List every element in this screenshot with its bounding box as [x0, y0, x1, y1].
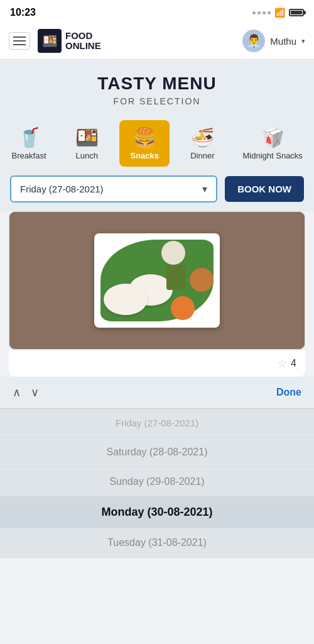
snacks-icon: 🍔 — [133, 126, 156, 148]
rating-count: 4 — [291, 358, 296, 369]
idli-front — [104, 284, 148, 315]
status-time: 10:23 — [10, 7, 36, 18]
signal-dot-1 — [252, 11, 256, 14]
date-selector[interactable]: Friday (27-08-2021) ▾ — [10, 175, 217, 203]
star-icon[interactable]: ☆ — [277, 357, 287, 370]
lunch-icon: 🍱 — [75, 126, 99, 148]
category-midnight-snacks[interactable]: 🥡 Midnight Snacks — [235, 120, 310, 167]
logo-icon: 🍱 — [38, 29, 62, 53]
logo-food-text: FOOD — [65, 31, 101, 42]
category-snacks[interactable]: 🍔 Snacks — [119, 120, 170, 167]
wifi-icon: 📶 — [274, 8, 285, 18]
hero-subtitle: FOR SELECTION — [10, 96, 304, 106]
date-option-monday[interactable]: Monday (30-08-2021) — [0, 497, 314, 528]
hamburger-line-2 — [13, 40, 26, 42]
logo-emoji: 🍱 — [42, 33, 58, 48]
hero-section: TASTY MENU FOR SELECTION — [0, 60, 314, 113]
hamburger-line-3 — [13, 44, 26, 45]
prev-arrow-icon[interactable]: ∧ — [13, 386, 21, 399]
next-arrow-icon[interactable]: ∨ — [31, 386, 39, 399]
hamburger-menu-button[interactable] — [9, 32, 30, 50]
sambar-bowl — [171, 296, 195, 320]
midnight-snacks-label: Midnight Snacks — [242, 151, 302, 160]
snacks-label: Snacks — [130, 151, 159, 160]
lunch-label: Lunch — [75, 151, 97, 160]
status-bar: 10:23 📶 — [0, 0, 314, 23]
nav-arrows: ∧ ∨ — [13, 386, 39, 399]
date-option-tuesday[interactable]: Tuesday (31-08-2021) — [0, 528, 314, 558]
hamburger-line-1 — [13, 36, 26, 38]
date-picker: Friday (27-08-2021) Saturday (28-08-2021… — [0, 408, 314, 558]
dropdown-arrow-icon: ▾ — [202, 183, 207, 195]
category-dinner[interactable]: 🍜 Dinner — [177, 120, 227, 167]
rating-row: ☆ 4 — [9, 350, 305, 377]
logo-text: FOOD ONLINE — [65, 31, 101, 52]
date-option-saturday[interactable]: Saturday (28-08-2021) — [0, 438, 314, 467]
midnight-snacks-icon: 🥡 — [261, 126, 284, 148]
signal-dots — [252, 11, 271, 14]
hero-title: TASTY MENU — [10, 74, 304, 94]
signal-dot-2 — [257, 11, 261, 14]
dinner-label: Dinner — [190, 151, 214, 160]
avatar: 👨‍💼 — [242, 30, 265, 52]
curry-bowl — [190, 268, 214, 292]
signal-dot-3 — [263, 11, 266, 14]
breakfast-icon: 🥤 — [18, 126, 41, 148]
category-breakfast[interactable]: 🥤 Breakfast — [4, 120, 54, 167]
logo-area: 🍱 FOOD ONLINE — [38, 29, 101, 53]
date-option-sunday[interactable]: Sunday (29-08-2021) — [0, 467, 314, 497]
food-image — [9, 212, 305, 349]
battery-fill — [291, 11, 302, 14]
chevron-down-icon: ▾ — [301, 37, 305, 45]
category-lunch[interactable]: 🍱 Lunch — [62, 120, 112, 167]
dinner-icon: 🍜 — [191, 126, 214, 148]
done-button[interactable]: Done — [276, 387, 301, 398]
booking-row: Friday (27-08-2021) ▾ BOOK NOW — [0, 167, 314, 211]
date-option-friday[interactable]: Friday (27-08-2021) — [0, 409, 314, 438]
breakfast-label: Breakfast — [12, 151, 46, 160]
selected-date-text: Friday (27-08-2021) — [20, 184, 104, 194]
status-icons: 📶 — [252, 8, 304, 18]
signal-dot-4 — [268, 11, 271, 14]
pickle — [166, 265, 185, 290]
category-tabs: 🥤 Breakfast 🍱 Lunch 🍔 Snacks 🍜 Dinner 🥡 … — [0, 113, 314, 167]
user-profile[interactable]: 👨‍💼 Muthu ▾ — [242, 30, 305, 52]
logo-online-text: ONLINE — [65, 41, 101, 52]
nav-controls: ∧ ∨ Done — [0, 377, 314, 408]
battery-icon — [289, 9, 304, 16]
chutney-bowl — [161, 241, 185, 265]
book-now-button[interactable]: BOOK NOW — [225, 176, 304, 202]
food-image-container — [9, 211, 305, 350]
food-plate — [94, 233, 220, 328]
username-label: Muthu — [270, 36, 296, 47]
navbar: 🍱 FOOD ONLINE 👨‍💼 Muthu ▾ — [0, 23, 314, 60]
